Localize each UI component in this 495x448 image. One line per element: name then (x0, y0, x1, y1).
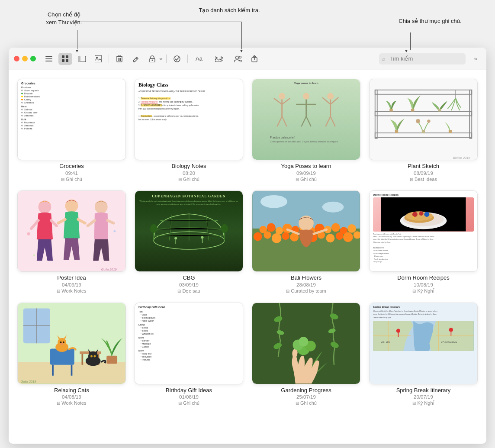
separator-3 (187, 55, 188, 63)
svg-rect-55 (411, 109, 414, 111)
svg-point-91 (267, 223, 276, 232)
share-button[interactable] (231, 53, 245, 65)
svg-rect-51 (375, 133, 472, 137)
svg-point-145 (93, 355, 96, 358)
svg-point-59 (416, 119, 420, 123)
svg-point-24 (216, 57, 218, 58)
media-button[interactable] (209, 53, 228, 65)
maximize-button[interactable] (30, 56, 36, 61)
svg-rect-0 (45, 56, 52, 57)
format-button[interactable]: Aa (191, 53, 207, 65)
svg-rect-8 (78, 56, 80, 62)
folder-icon: ⊟ (61, 177, 64, 182)
export-button[interactable] (248, 53, 261, 65)
svg-text:MALMÖ: MALMÖ (381, 341, 390, 344)
minimize-button[interactable] (22, 56, 28, 61)
svg-point-74 (113, 230, 116, 232)
note-date-yoga-poses: 09/09/19 (252, 171, 360, 176)
svg-rect-23 (215, 56, 221, 62)
note-thumbnail-groceries: Groceries Produce Acorn squash Broccoli … (17, 79, 126, 160)
svg-point-103 (264, 231, 271, 239)
note-card-gardening-progress[interactable]: Gardening Progress25/07/19⊟Ghi chú (252, 303, 360, 406)
svg-point-102 (254, 232, 262, 241)
svg-point-26 (239, 56, 241, 58)
svg-point-163 (396, 329, 400, 332)
lock-button[interactable] (145, 53, 159, 65)
note-thumbnail-biology-notes: Biology Class AGGRESSIVE TRYPANOSOMES (A… (135, 79, 243, 160)
note-date-groceries: 09:41 (17, 171, 126, 176)
note-card-dorm-room-recipes[interactable]: Dorm Room Recipes (369, 190, 478, 294)
checklist-button[interactable] (170, 53, 184, 65)
svg-point-21 (152, 59, 153, 61)
svg-point-165 (449, 328, 453, 332)
trash-icon (116, 55, 122, 62)
svg-point-73 (27, 232, 30, 235)
svg-line-34 (282, 116, 286, 126)
folder-icon: ⊟ (296, 177, 299, 182)
folder-icon: ⊟ (177, 289, 181, 293)
svg-point-101 (347, 224, 356, 233)
sidebar-icon (78, 56, 86, 62)
notes-window: Aa (9, 48, 486, 444)
delete-button[interactable] (112, 53, 126, 65)
note-folder-birthday-gift-ideas: ⊟Ghi chú (135, 400, 243, 406)
callout-hline-1 (77, 22, 241, 22)
folder-icon: ⊟ (57, 401, 60, 406)
separator-1 (109, 55, 109, 63)
note-card-biology-notes[interactable]: Biology Class AGGRESSIVE TRYPANOSOMES (A… (135, 79, 243, 182)
compose-button[interactable] (129, 53, 143, 65)
search-input[interactable] (379, 53, 466, 64)
search-wrapper: ⌕ (379, 53, 466, 64)
note-card-groceries[interactable]: Groceries Produce Acorn squash Broccoli … (17, 79, 126, 182)
note-card-bali-flowers[interactable]: Bali Flowers28/08/19⊟Curated by team (252, 190, 360, 294)
note-card-relaxing-cats[interactable]: Gulia 2019 Relaxing Cats04/08/19⊟Work No… (17, 303, 126, 406)
close-button[interactable] (14, 56, 19, 61)
svg-point-123 (419, 211, 424, 216)
svg-line-66 (51, 220, 56, 226)
svg-rect-3 (62, 55, 64, 58)
note-card-yoga-poses[interactable]: Yoga poses to learn (252, 79, 360, 182)
note-card-plant-sketch[interactable]: Bolton 2019 Plant Sketch08/09/19⊟Best Id… (369, 79, 478, 182)
note-title-plant-sketch: Plant Sketch (369, 163, 478, 170)
svg-line-69 (78, 219, 85, 223)
svg-point-64 (39, 200, 51, 213)
svg-point-22 (174, 56, 180, 62)
note-title-cbg: CBG (135, 274, 243, 282)
note-card-spring-break-itinerary[interactable]: Spring Break Itinerary Check out Hostel … (369, 303, 478, 406)
grid-view-button[interactable] (58, 53, 72, 65)
notes-area: Groceries Produce Acorn squash Broccoli … (9, 70, 486, 444)
svg-rect-50 (375, 112, 472, 116)
svg-rect-54 (389, 109, 392, 111)
svg-point-144 (90, 355, 93, 358)
list-view-button[interactable] (42, 53, 56, 65)
lock-icon (149, 55, 155, 62)
svg-point-124 (424, 212, 429, 217)
note-card-birthday-gift-ideas[interactable]: Birthday Gift Ideas Tim • Lego • Boxing … (135, 303, 243, 406)
sidebar-toggle-button[interactable] (75, 53, 89, 65)
note-folder-relaxing-cats: ⊟Work Notes (17, 400, 126, 406)
svg-point-139 (60, 342, 62, 343)
note-card-poster-idea[interactable]: Gulia 2019 Poster Idea04/09/19⊟Work Note… (17, 190, 126, 294)
note-folder-plant-sketch: ⊟Best Ideas (369, 177, 478, 182)
svg-point-99 (331, 223, 340, 232)
note-title-poster-idea: Poster Idea (17, 274, 126, 282)
svg-text:KÖPENHAMN: KÖPENHAMN (441, 341, 457, 344)
callout-line-2 (241, 22, 242, 49)
svg-point-81 (221, 224, 228, 233)
svg-point-82 (174, 237, 177, 239)
note-date-dorm-room-recipes: 10/08/19 (369, 282, 478, 287)
gallery-button[interactable] (91, 53, 105, 65)
svg-rect-61 (422, 130, 425, 133)
svg-line-71 (88, 220, 95, 226)
note-card-cbg[interactable]: COPENHAGEN BOTANICAL GARDEN What a wonde… (135, 190, 243, 294)
titlebar: Aa (9, 48, 486, 70)
checklist-icon (174, 55, 180, 62)
svg-point-104 (272, 233, 281, 243)
svg-text:Gulia 2019: Gulia 2019 (21, 380, 36, 384)
callout-arrow-3: ▼ (404, 48, 408, 53)
svg-rect-52 (375, 90, 377, 139)
separator-2 (166, 55, 167, 63)
expand-button[interactable]: » (470, 53, 481, 64)
note-thumbnail-birthday-gift-ideas: Birthday Gift Ideas Tim • Lego • Boxing … (135, 303, 243, 384)
note-title-birthday-gift-ideas: Birthday Gift Ideas (135, 387, 243, 394)
